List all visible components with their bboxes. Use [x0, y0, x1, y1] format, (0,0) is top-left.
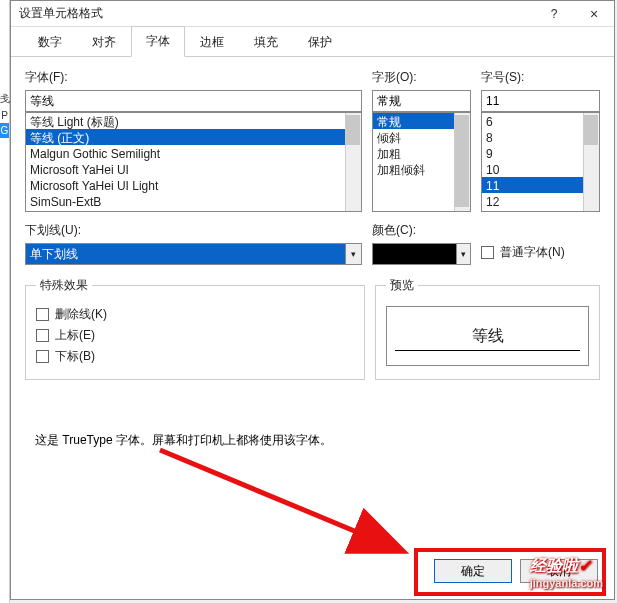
size-label: 字号(S):	[481, 69, 600, 86]
preview-box: 等线	[386, 306, 589, 366]
style-list[interactable]: 常规 倾斜 加粗 加粗倾斜	[372, 112, 471, 212]
font-list-item[interactable]: 等线 (正文)	[26, 129, 361, 145]
font-footnote: 这是 TrueType 字体。屏幕和打印机上都将使用该字体。	[35, 432, 332, 449]
normal-font-checkbox[interactable]: 普通字体(N)	[481, 244, 565, 261]
size-list-scrollbar[interactable]	[583, 113, 599, 211]
size-list[interactable]: 6 8 9 10 11 12	[481, 112, 600, 212]
color-combo[interactable]: ▾	[372, 243, 471, 265]
size-list-item[interactable]: 6	[482, 113, 599, 129]
font-list-item[interactable]: 等线 Light (标题)	[26, 113, 361, 129]
strike-label: 删除线(K)	[55, 306, 107, 323]
size-list-item[interactable]: 8	[482, 129, 599, 145]
subscript-label: 下标(B)	[55, 348, 95, 365]
chevron-down-icon[interactable]: ▾	[456, 243, 471, 265]
size-list-item[interactable]: 12	[482, 193, 599, 209]
size-input[interactable]	[481, 90, 600, 112]
font-label: 字体(F):	[25, 69, 362, 86]
checkbox-box[interactable]	[36, 329, 49, 342]
tab-font[interactable]: 字体	[131, 26, 185, 57]
font-list-scrollbar[interactable]	[345, 113, 361, 211]
tab-protect[interactable]: 保护	[293, 27, 347, 57]
style-list-scrollbar[interactable]	[454, 113, 470, 211]
checkbox-box[interactable]	[481, 246, 494, 259]
font-list-item[interactable]: Microsoft YaHei UI Light	[26, 177, 361, 193]
help-button[interactable]: ?	[534, 1, 574, 27]
normal-font-label: 普通字体(N)	[500, 244, 565, 261]
superscript-label: 上标(E)	[55, 327, 95, 344]
watermark-text: 经验啦	[530, 557, 578, 574]
underline-label: 下划线(U):	[25, 222, 362, 239]
style-label: 字形(O):	[372, 69, 471, 86]
checkbox-box[interactable]	[36, 308, 49, 321]
preview-legend: 预览	[386, 277, 418, 294]
tab-align[interactable]: 对齐	[77, 27, 131, 57]
size-list-item[interactable]: 10	[482, 161, 599, 177]
style-input[interactable]	[372, 90, 471, 112]
subscript-checkbox[interactable]: 下标(B)	[36, 348, 354, 365]
preview-text: 等线	[472, 326, 504, 347]
close-button[interactable]: ×	[574, 1, 614, 27]
window-title: 设置单元格格式	[11, 5, 534, 22]
color-swatch[interactable]	[372, 243, 456, 265]
checkbox-box[interactable]	[36, 350, 49, 363]
effects-legend: 特殊效果	[36, 277, 92, 294]
chevron-down-icon[interactable]: ▾	[345, 243, 362, 265]
size-list-item[interactable]: 11	[482, 177, 599, 193]
font-input[interactable]	[25, 90, 362, 112]
effects-group: 特殊效果 删除线(K) 上标(E) 下标(B)	[25, 277, 365, 380]
font-list-item[interactable]: SimSun-ExtB	[26, 193, 361, 209]
color-label: 颜色(C):	[372, 222, 471, 239]
preview-group: 预览 等线	[375, 277, 600, 380]
superscript-checkbox[interactable]: 上标(E)	[36, 327, 354, 344]
tab-number[interactable]: 数字	[23, 27, 77, 57]
watermark: 经验啦✓ jingyanla.com	[530, 556, 603, 589]
titlebar: 设置单元格格式 ? ×	[11, 1, 614, 27]
preview-underline	[395, 350, 580, 351]
underline-combo[interactable]: ▾	[25, 243, 362, 265]
left-selected-stub: G	[0, 123, 9, 138]
font-list-item[interactable]: Malgun Gothic Semilight	[26, 145, 361, 161]
underline-value[interactable]	[25, 243, 345, 265]
tab-strip: 数字 对齐 字体 边框 填充 保护	[11, 27, 614, 57]
tab-border[interactable]: 边框	[185, 27, 239, 57]
watermark-url: jingyanla.com	[530, 577, 603, 589]
size-list-item[interactable]: 9	[482, 145, 599, 161]
font-list-item[interactable]: Microsoft YaHei UI	[26, 161, 361, 177]
tab-fill[interactable]: 填充	[239, 27, 293, 57]
strike-checkbox[interactable]: 删除线(K)	[36, 306, 354, 323]
format-cells-dialog: 设置单元格格式 ? × 数字 对齐 字体 边框 填充 保护 字体(F): 等线 …	[10, 0, 615, 600]
font-list[interactable]: 等线 Light (标题) 等线 (正文) Malgun Gothic Semi…	[25, 112, 362, 212]
